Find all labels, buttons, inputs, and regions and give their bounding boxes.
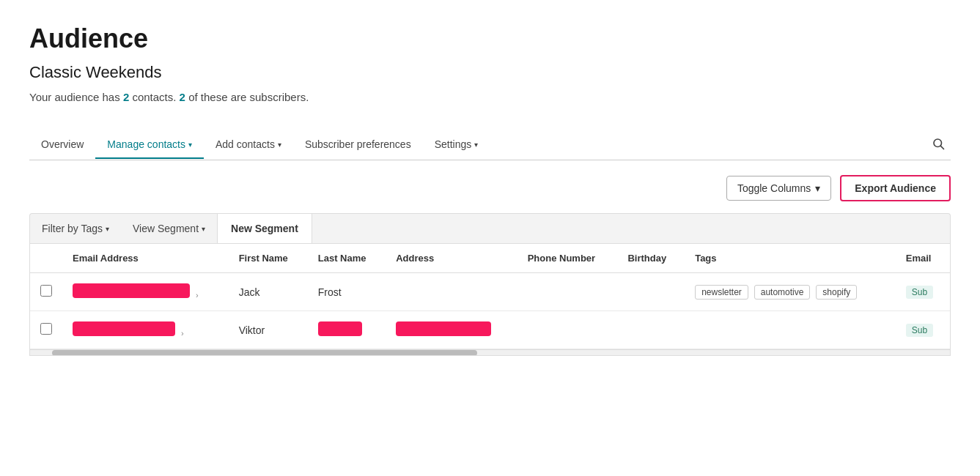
row2-checkbox-cell xyxy=(30,311,62,349)
tab-subscriber-preferences[interactable]: Subscriber preferences xyxy=(293,131,423,159)
row2-email-status: Sub xyxy=(896,311,950,349)
header-phone: Phone Number xyxy=(517,244,618,273)
row2-address-redacted xyxy=(396,321,491,336)
contacts-table: Email Address First Name Last Name Addre… xyxy=(30,244,950,349)
header-email: Email Address xyxy=(62,244,229,273)
tab-overview[interactable]: Overview xyxy=(29,131,95,159)
chevron-down-icon: ▾ xyxy=(106,225,109,233)
tab-manage-contacts[interactable]: Manage contacts ▾ xyxy=(95,131,204,159)
table-row: › Jack Frost newsletter automotive shopi… xyxy=(30,273,950,311)
chevron-down-icon: ▾ xyxy=(815,182,820,194)
header-email-status: Email xyxy=(896,244,950,273)
scrollbar-thumb[interactable] xyxy=(52,350,477,356)
stats-middle: contacts. xyxy=(132,91,179,103)
row2-first-name: Viktor xyxy=(229,311,308,349)
row1-checkbox-cell xyxy=(30,273,62,311)
row1-tags: newsletter automotive shopify xyxy=(685,273,896,311)
chevron-down-icon: ▾ xyxy=(474,141,478,149)
tab-manage-contacts-label: Manage contacts xyxy=(107,138,185,150)
row2-checkbox[interactable] xyxy=(40,323,52,335)
row1-birthday xyxy=(617,273,685,311)
chevron-down-icon: ▾ xyxy=(188,141,192,149)
row2-email-redacted xyxy=(73,321,175,336)
row2-birthday xyxy=(617,311,685,349)
header-first-name: First Name xyxy=(229,244,308,273)
tag-shopify: shopify xyxy=(816,285,857,300)
row1-first-name: Jack xyxy=(229,273,308,311)
row2-last-name xyxy=(308,311,386,349)
row2-phone xyxy=(517,311,618,349)
stats-prefix: Your audience has xyxy=(29,91,123,103)
row1-address xyxy=(386,273,517,311)
svg-line-1 xyxy=(940,146,943,149)
filter-by-tags-label: Filter by Tags xyxy=(42,223,103,234)
header-checkbox xyxy=(30,244,62,273)
filter-bar: Filter by Tags ▾ View Segment ▾ New Segm… xyxy=(29,213,951,243)
page-title: Audience xyxy=(29,23,951,54)
tag-automotive: automotive xyxy=(754,285,811,300)
row1-last-name: Frost xyxy=(308,273,386,311)
filter-by-tags-button[interactable]: Filter by Tags ▾ xyxy=(30,214,121,243)
new-segment-label: New Segment xyxy=(231,223,298,234)
row1-sub-badge: Sub xyxy=(906,286,933,299)
row2-tags xyxy=(685,311,896,349)
contacts-table-wrapper: Email Address First Name Last Name Addre… xyxy=(29,243,951,356)
tab-subscriber-preferences-label: Subscriber preferences xyxy=(305,138,411,150)
row2-expand-icon[interactable]: › xyxy=(181,329,184,338)
tab-add-contacts[interactable]: Add contacts ▾ xyxy=(204,131,293,159)
new-segment-button[interactable]: New Segment xyxy=(217,214,312,243)
row1-email-status: Sub xyxy=(896,273,950,311)
stats-suffix: of these are subscribers. xyxy=(188,91,309,103)
table-row: › Viktor Sub xyxy=(30,311,950,349)
chevron-down-icon: ▾ xyxy=(278,141,281,149)
nav-tabs: Overview Manage contacts ▾ Add contacts … xyxy=(29,130,951,160)
row1-email: › xyxy=(62,273,229,311)
export-audience-label: Export Audience xyxy=(855,182,936,194)
header-last-name: Last Name xyxy=(308,244,386,273)
tab-settings-label: Settings xyxy=(435,138,472,150)
row2-address xyxy=(386,311,517,349)
tag-newsletter: newsletter xyxy=(695,285,748,300)
toolbar: Toggle Columns ▾ Export Audience xyxy=(29,160,951,213)
tab-settings[interactable]: Settings ▾ xyxy=(423,131,490,159)
header-tags: Tags xyxy=(685,244,896,273)
scrollbar-track[interactable] xyxy=(30,349,950,355)
audience-stats: Your audience has 2 contacts. 2 of these… xyxy=(29,91,951,103)
row2-sub-badge: Sub xyxy=(906,324,933,337)
view-segment-button[interactable]: View Segment ▾ xyxy=(121,214,217,243)
row1-expand-icon[interactable]: › xyxy=(196,291,199,300)
header-address: Address xyxy=(386,244,517,273)
chevron-down-icon: ▾ xyxy=(202,225,205,233)
contacts-count: 2 xyxy=(123,91,129,103)
export-audience-button[interactable]: Export Audience xyxy=(840,175,951,201)
tab-overview-label: Overview xyxy=(41,138,84,150)
header-birthday: Birthday xyxy=(617,244,685,273)
toggle-columns-button[interactable]: Toggle Columns ▾ xyxy=(726,176,831,201)
row2-email: › xyxy=(62,311,229,349)
toggle-columns-label: Toggle Columns xyxy=(737,182,811,194)
search-button[interactable] xyxy=(926,130,951,160)
view-segment-label: View Segment xyxy=(133,223,199,234)
row1-phone xyxy=(517,273,618,311)
audience-name: Classic Weekends xyxy=(29,63,951,82)
row1-checkbox[interactable] xyxy=(40,285,52,297)
tab-add-contacts-label: Add contacts xyxy=(215,138,275,150)
subscribers-count: 2 xyxy=(180,91,185,103)
table-header-row: Email Address First Name Last Name Addre… xyxy=(30,244,950,273)
row2-last-name-redacted xyxy=(318,321,362,336)
row1-email-redacted xyxy=(73,283,190,298)
